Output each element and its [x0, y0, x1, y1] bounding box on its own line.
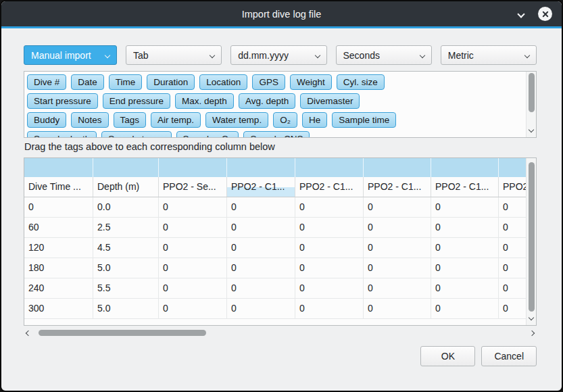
- table-header-row: Dive Time ...Depth (m)PPO2 - Se...PPO2 -…: [24, 177, 526, 197]
- combobox-value: dd.mm.yyyy: [238, 50, 289, 61]
- table-horizontal-scrollbar[interactable]: [24, 328, 537, 338]
- tag-row: Sample depthSample temp.Sample pO₂Sample…: [27, 131, 522, 138]
- tags-scrollbar[interactable]: [526, 72, 536, 137]
- tag-pill[interactable]: Divemaster: [300, 93, 360, 109]
- tag-pill[interactable]: Sample CNS: [243, 131, 310, 138]
- table-row: 1204.5000000: [24, 238, 526, 258]
- tag-pill[interactable]: Notes: [71, 112, 108, 128]
- drop-target-cell[interactable]: [295, 158, 364, 177]
- tag-pill[interactable]: Start pressure: [27, 93, 98, 109]
- table-cell: 0: [364, 197, 431, 217]
- window-title: Import dive log file: [242, 9, 322, 20]
- chevron-down-icon: [314, 52, 320, 57]
- drop-target-cell[interactable]: [93, 158, 159, 177]
- chevron-down-icon: [420, 52, 425, 57]
- scroll-right-arrow[interactable]: [527, 328, 537, 338]
- shade-button[interactable]: [515, 8, 527, 20]
- table-cell: 300: [24, 299, 93, 318]
- tag-pill[interactable]: Sample temp.: [101, 131, 171, 138]
- import-dialog: Import dive log file Manual importTabdd.…: [0, 0, 563, 392]
- table-cell: 0: [295, 238, 364, 258]
- tag-pill[interactable]: O₂: [273, 112, 297, 128]
- chevron-down-icon: [105, 52, 110, 57]
- table-cell: 5.0: [93, 258, 159, 278]
- table-cell: 0: [227, 258, 295, 278]
- column-header[interactable]: PPO2 - C1...: [227, 177, 295, 197]
- tag-pill[interactable]: Time: [109, 74, 143, 90]
- drop-target-cell[interactable]: [159, 158, 227, 177]
- table-cell: 0: [227, 238, 295, 258]
- close-icon[interactable]: [538, 7, 552, 21]
- table-cell: 5.0: [93, 299, 159, 318]
- tag-pill[interactable]: Sample pO₂: [176, 131, 239, 138]
- tag-pill[interactable]: Water temp.: [205, 112, 268, 128]
- combobox-value: Manual import: [31, 50, 91, 61]
- tag-pill[interactable]: Air temp.: [151, 112, 201, 128]
- table-row: 3005.0000000: [24, 299, 526, 319]
- table-cell: 0: [431, 197, 499, 217]
- tag-pill[interactable]: Max. depth: [175, 93, 234, 109]
- cancel-button[interactable]: Cancel: [481, 346, 537, 366]
- combobox-units[interactable]: Metric: [441, 45, 537, 65]
- table-cell: 0: [499, 197, 526, 217]
- drop-target-cell[interactable]: [227, 158, 295, 177]
- table-cell: 0: [431, 238, 499, 258]
- drop-target-cell[interactable]: [364, 158, 431, 177]
- table-cell: 0: [364, 299, 431, 318]
- chevron-down-icon: [524, 52, 530, 57]
- table-cell: 5.5: [93, 278, 159, 298]
- column-header[interactable]: PPO2 - Se...: [159, 177, 227, 197]
- combobox-field-separator[interactable]: Tab: [126, 45, 222, 65]
- tag-pill[interactable]: GPS: [252, 74, 285, 90]
- tag-pill[interactable]: Sample time: [332, 112, 396, 128]
- tag-pill[interactable]: Tags: [114, 112, 147, 128]
- table-cell: 0: [499, 278, 526, 298]
- table-grid: Dive Time ...Depth (m)PPO2 - Se...PPO2 -…: [24, 158, 526, 325]
- tag-pill[interactable]: End pressure: [103, 93, 170, 109]
- tag-pill[interactable]: Sample depth: [27, 131, 97, 138]
- scroll-down-arrow[interactable]: [527, 316, 536, 324]
- tag-pill[interactable]: Buddy: [27, 112, 66, 128]
- chevron-down-icon: [529, 315, 534, 320]
- column-header[interactable]: Depth (m): [93, 177, 159, 197]
- tag-pill[interactable]: Avg. depth: [239, 93, 295, 109]
- table-cell: 0: [499, 218, 526, 237]
- tag-pill[interactable]: Duration: [147, 74, 195, 90]
- tag-pill[interactable]: Dive #: [27, 74, 66, 90]
- combobox-date-format[interactable]: dd.mm.yyyy: [230, 45, 326, 65]
- scrollbar-thumb[interactable]: [529, 73, 535, 112]
- combobox-import-mode[interactable]: Manual import: [24, 45, 117, 65]
- combobox-time-format[interactable]: Seconds: [336, 45, 432, 65]
- tag-pill[interactable]: Location: [199, 74, 247, 90]
- tag-row: Dive #DateTimeDurationLocationGPSWeightC…: [27, 74, 522, 90]
- column-header[interactable]: PPO2 - C1...: [295, 177, 364, 197]
- scrollbar-thumb[interactable]: [39, 330, 206, 336]
- drop-target-cell[interactable]: [431, 158, 499, 177]
- tag-pill[interactable]: Date: [71, 74, 104, 90]
- table-cell: 0: [364, 278, 431, 298]
- table-cell: 0: [227, 299, 295, 318]
- table-cell: 0: [159, 258, 227, 278]
- scrollbar-thumb[interactable]: [529, 162, 535, 312]
- table-cell: 2.5: [93, 218, 159, 237]
- table-cell: 0: [364, 218, 431, 237]
- column-header[interactable]: PPO2 - C1...: [431, 177, 499, 197]
- table-cell: 180: [24, 258, 93, 278]
- drop-target-cell[interactable]: [499, 158, 526, 177]
- drop-target-cell[interactable]: [24, 158, 93, 177]
- dialog-buttons: OK Cancel: [420, 346, 537, 366]
- column-header[interactable]: Dive Time ...: [24, 177, 93, 197]
- combo-row: Manual importTabdd.mm.yyyySecondsMetric: [24, 45, 537, 65]
- scroll-left-arrow[interactable]: [24, 328, 33, 338]
- column-header[interactable]: PPO2 - C1...: [364, 177, 431, 197]
- tag-pill[interactable]: He: [302, 112, 327, 128]
- table-cell: 0: [431, 258, 499, 278]
- chevron-down-icon: [517, 10, 524, 18]
- tag-pill[interactable]: Cyl. size: [337, 74, 385, 90]
- scroll-down-arrow[interactable]: [527, 128, 536, 136]
- tag-pill[interactable]: Weight: [290, 74, 332, 90]
- column-header[interactable]: PPO2: [499, 177, 526, 197]
- table-vertical-scrollbar[interactable]: [526, 158, 536, 325]
- ok-button[interactable]: OK: [420, 346, 475, 366]
- table-body: 00.0000000602.50000001204.50000001805.00…: [24, 197, 526, 319]
